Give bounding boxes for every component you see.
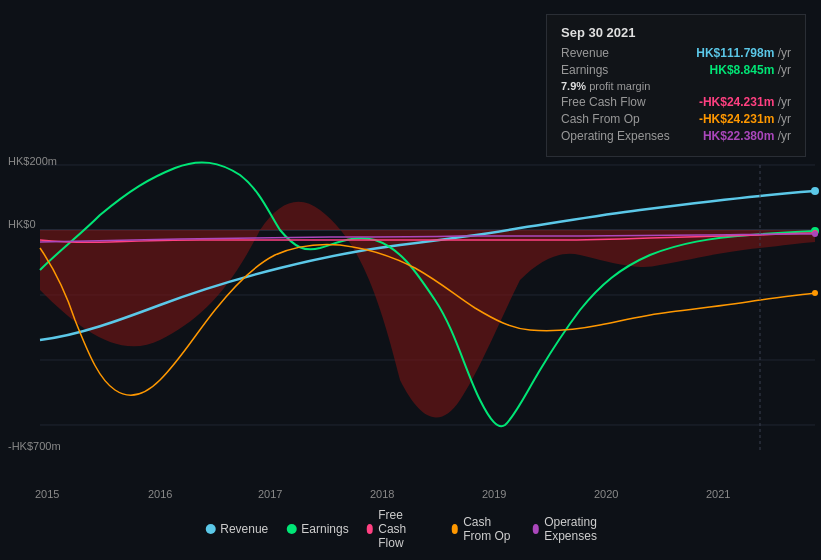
tooltip-row-opex: Operating Expenses HK$22.380m /yr bbox=[561, 129, 791, 143]
legend-dot-cash-from-op bbox=[452, 524, 459, 534]
svg-point-6 bbox=[811, 187, 819, 195]
x-label-2018: 2018 bbox=[370, 488, 394, 500]
tooltip-value-fcf: -HK$24.231m /yr bbox=[699, 95, 791, 109]
tooltip-row-earnings: Earnings HK$8.845m /yr bbox=[561, 63, 791, 77]
legend-item-cash-from-op[interactable]: Cash From Op bbox=[452, 515, 515, 543]
x-label-2021: 2021 bbox=[706, 488, 730, 500]
legend-dot-opex bbox=[533, 524, 540, 534]
tooltip-profit-margin: 7.9% profit margin bbox=[561, 80, 791, 92]
legend-label-cash-from-op: Cash From Op bbox=[463, 515, 514, 543]
tooltip-label-fcf: Free Cash Flow bbox=[561, 95, 646, 109]
y-label-top: HK$200m bbox=[8, 155, 57, 167]
x-label-2016: 2016 bbox=[148, 488, 172, 500]
tooltip-label-earnings: Earnings bbox=[561, 63, 608, 77]
x-label-2015: 2015 bbox=[35, 488, 59, 500]
tooltip-row-cash-from-op: Cash From Op -HK$24.231m /yr bbox=[561, 112, 791, 126]
svg-point-9 bbox=[812, 290, 818, 296]
tooltip-label-opex: Operating Expenses bbox=[561, 129, 670, 143]
tooltip-label-revenue: Revenue bbox=[561, 46, 609, 60]
tooltip-label-cash-from-op: Cash From Op bbox=[561, 112, 640, 126]
tooltip-date: Sep 30 2021 bbox=[561, 25, 791, 40]
x-label-2017: 2017 bbox=[258, 488, 282, 500]
x-label-2020: 2020 bbox=[594, 488, 618, 500]
legend: Revenue Earnings Free Cash Flow Cash Fro… bbox=[205, 508, 616, 550]
x-label-2019: 2019 bbox=[482, 488, 506, 500]
y-label-bottom: -HK$700m bbox=[8, 440, 61, 452]
tooltip-value-revenue: HK$111.798m /yr bbox=[696, 46, 791, 60]
legend-item-opex[interactable]: Operating Expenses bbox=[533, 515, 616, 543]
legend-dot-revenue bbox=[205, 524, 215, 534]
tooltip-row-fcf: Free Cash Flow -HK$24.231m /yr bbox=[561, 95, 791, 109]
legend-item-earnings[interactable]: Earnings bbox=[286, 522, 348, 536]
svg-point-10 bbox=[812, 231, 818, 237]
legend-dot-fcf bbox=[367, 524, 374, 534]
tooltip-row-revenue: Revenue HK$111.798m /yr bbox=[561, 46, 791, 60]
legend-label-opex: Operating Expenses bbox=[544, 515, 616, 543]
legend-label-revenue: Revenue bbox=[220, 522, 268, 536]
y-label-mid: HK$0 bbox=[8, 218, 36, 230]
legend-item-revenue[interactable]: Revenue bbox=[205, 522, 268, 536]
legend-label-fcf: Free Cash Flow bbox=[378, 508, 433, 550]
chart-container: HK$200m HK$0 -HK$700m 2015 2016 2017 201… bbox=[0, 0, 821, 560]
tooltip-value-cash-from-op: -HK$24.231m /yr bbox=[699, 112, 791, 126]
tooltip-value-opex: HK$22.380m /yr bbox=[703, 129, 791, 143]
legend-label-earnings: Earnings bbox=[301, 522, 348, 536]
tooltip-box: Sep 30 2021 Revenue HK$111.798m /yr Earn… bbox=[546, 14, 806, 157]
legend-dot-earnings bbox=[286, 524, 296, 534]
tooltip-value-earnings: HK$8.845m /yr bbox=[710, 63, 791, 77]
legend-item-fcf[interactable]: Free Cash Flow bbox=[367, 508, 434, 550]
